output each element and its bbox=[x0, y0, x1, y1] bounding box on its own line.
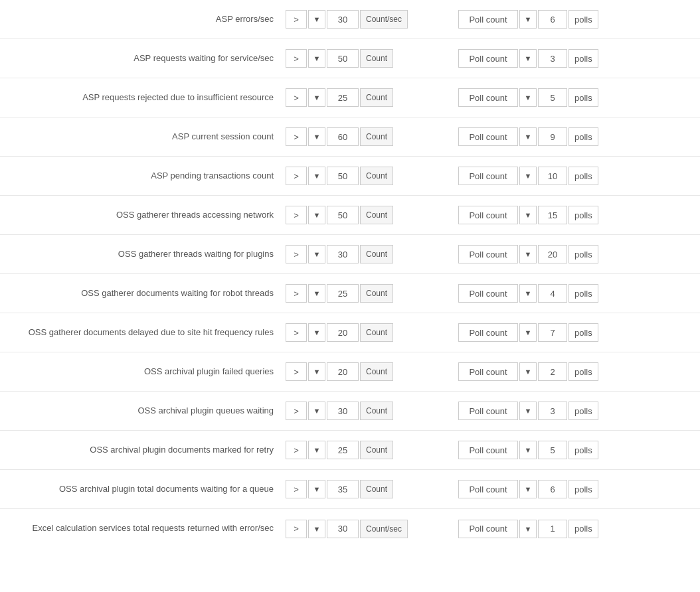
poll-value-input[interactable] bbox=[538, 441, 567, 459]
poll-type-input[interactable] bbox=[458, 167, 518, 185]
poll-type-input[interactable] bbox=[458, 49, 518, 68]
poll-type-input[interactable] bbox=[458, 520, 518, 538]
polls-label: polls bbox=[569, 402, 598, 420]
poll-type-dropdown-arrow[interactable]: ▼ bbox=[519, 10, 537, 29]
poll-type-input[interactable] bbox=[458, 284, 518, 303]
poll-type-dropdown-arrow[interactable]: ▼ bbox=[519, 441, 537, 459]
poll-type-input[interactable] bbox=[458, 441, 518, 459]
operator-dropdown-arrow[interactable]: ▼ bbox=[308, 441, 325, 459]
threshold-value-input[interactable] bbox=[327, 88, 359, 107]
poll-type-dropdown-arrow[interactable]: ▼ bbox=[519, 127, 537, 146]
operator-input[interactable] bbox=[286, 441, 307, 459]
poll-type-dropdown-arrow[interactable]: ▼ bbox=[519, 402, 537, 420]
operator-input[interactable] bbox=[286, 49, 307, 68]
threshold-value-input[interactable] bbox=[327, 323, 359, 342]
operator-input[interactable] bbox=[286, 245, 307, 263]
operator-input[interactable] bbox=[286, 402, 307, 420]
poll-value-input[interactable] bbox=[538, 284, 567, 303]
poll-type-input[interactable] bbox=[458, 480, 518, 498]
table-row: OSS archival plugin failed queries▼Count… bbox=[0, 352, 700, 392]
poll-type-input[interactable] bbox=[458, 206, 518, 224]
operator-input[interactable] bbox=[286, 167, 307, 185]
operator-input[interactable] bbox=[286, 10, 307, 29]
poll-type-input[interactable] bbox=[458, 245, 518, 263]
unit-badge: Count bbox=[360, 441, 393, 459]
threshold-value-input[interactable] bbox=[327, 362, 359, 381]
poll-type-input[interactable] bbox=[458, 402, 518, 420]
operator-dropdown-arrow[interactable]: ▼ bbox=[308, 88, 325, 107]
threshold-value-input[interactable] bbox=[327, 284, 359, 303]
operator-dropdown-arrow[interactable]: ▼ bbox=[308, 245, 325, 263]
threshold-value-input[interactable] bbox=[327, 245, 359, 263]
row-label: ASP pending transactions count bbox=[0, 170, 286, 182]
poll-type-input[interactable] bbox=[458, 362, 518, 381]
table-row: ASP requests waiting for service/sec▼Cou… bbox=[0, 39, 700, 78]
operator-dropdown-arrow[interactable]: ▼ bbox=[308, 167, 325, 185]
polls-label: polls bbox=[569, 88, 598, 107]
poll-type-dropdown-arrow[interactable]: ▼ bbox=[519, 480, 537, 498]
poll-value-input[interactable] bbox=[538, 88, 567, 107]
unit-badge: Count bbox=[360, 362, 393, 381]
threshold-value-input[interactable] bbox=[327, 520, 359, 538]
operator-input[interactable] bbox=[286, 520, 307, 538]
poll-type-input[interactable] bbox=[458, 323, 518, 342]
operator-dropdown-arrow[interactable]: ▼ bbox=[308, 362, 325, 381]
row-label: OSS gatherer documents delayed due to si… bbox=[0, 327, 286, 338]
poll-type-dropdown-arrow[interactable]: ▼ bbox=[519, 206, 537, 224]
threshold-value-input[interactable] bbox=[327, 441, 359, 459]
poll-type-dropdown-arrow[interactable]: ▼ bbox=[519, 323, 537, 342]
operator-dropdown-arrow[interactable]: ▼ bbox=[308, 206, 325, 224]
threshold-value-input[interactable] bbox=[327, 127, 359, 146]
operator-dropdown-arrow[interactable]: ▼ bbox=[308, 10, 325, 29]
condition-col: ▼Count bbox=[286, 402, 438, 420]
operator-dropdown-arrow[interactable]: ▼ bbox=[308, 127, 325, 146]
operator-dropdown-arrow[interactable]: ▼ bbox=[308, 284, 325, 303]
poll-value-input[interactable] bbox=[538, 323, 567, 342]
operator-dropdown-arrow[interactable]: ▼ bbox=[308, 480, 325, 498]
poll-type-input[interactable] bbox=[458, 88, 518, 107]
operator-dropdown-arrow[interactable]: ▼ bbox=[308, 520, 325, 538]
poll-type-dropdown-arrow[interactable]: ▼ bbox=[519, 49, 537, 68]
table-row: Excel calculation services total request… bbox=[0, 509, 700, 548]
poll-type-dropdown-arrow[interactable]: ▼ bbox=[519, 88, 537, 107]
threshold-value-input[interactable] bbox=[327, 10, 359, 29]
poll-value-input[interactable] bbox=[538, 10, 567, 29]
operator-dropdown-arrow[interactable]: ▼ bbox=[308, 49, 325, 68]
poll-type-dropdown-arrow[interactable]: ▼ bbox=[519, 520, 537, 538]
threshold-value-input[interactable] bbox=[327, 402, 359, 420]
poll-value-input[interactable] bbox=[538, 245, 567, 263]
operator-input[interactable] bbox=[286, 127, 307, 146]
poll-type-dropdown-arrow[interactable]: ▼ bbox=[519, 167, 537, 185]
threshold-value-input[interactable] bbox=[327, 167, 359, 185]
poll-value-input[interactable] bbox=[538, 127, 567, 146]
operator-input[interactable] bbox=[286, 88, 307, 107]
operator-input[interactable] bbox=[286, 480, 307, 498]
poll-value-input[interactable] bbox=[538, 362, 567, 381]
poll-type-dropdown-arrow[interactable]: ▼ bbox=[519, 362, 537, 381]
table-row: OSS archival plugin documents marked for… bbox=[0, 431, 700, 470]
poll-value-input[interactable] bbox=[538, 206, 567, 224]
row-label: Excel calculation services total request… bbox=[0, 522, 286, 534]
threshold-value-input[interactable] bbox=[327, 480, 359, 498]
operator-input[interactable] bbox=[286, 362, 307, 381]
operator-input[interactable] bbox=[286, 323, 307, 342]
poll-type-input[interactable] bbox=[458, 127, 518, 146]
operator-input[interactable] bbox=[286, 284, 307, 303]
operator-input[interactable] bbox=[286, 206, 307, 224]
poll-value-input[interactable] bbox=[538, 167, 567, 185]
poll-value-input[interactable] bbox=[538, 480, 567, 498]
threshold-value-input[interactable] bbox=[327, 206, 359, 224]
condition-col: ▼Count bbox=[286, 167, 438, 185]
poll-value-input[interactable] bbox=[538, 49, 567, 68]
poll-col: ▼polls bbox=[458, 520, 631, 538]
operator-dropdown-arrow[interactable]: ▼ bbox=[308, 323, 325, 342]
operator-dropdown-arrow[interactable]: ▼ bbox=[308, 402, 325, 420]
poll-value-input[interactable] bbox=[538, 520, 567, 538]
poll-value-input[interactable] bbox=[538, 402, 567, 420]
poll-type-input[interactable] bbox=[458, 10, 518, 29]
threshold-value-input[interactable] bbox=[327, 49, 359, 68]
polls-label: polls bbox=[569, 49, 598, 68]
poll-type-dropdown-arrow[interactable]: ▼ bbox=[519, 284, 537, 303]
poll-type-dropdown-arrow[interactable]: ▼ bbox=[519, 245, 537, 263]
table-row: OSS gatherer threads accessing network▼C… bbox=[0, 196, 700, 235]
